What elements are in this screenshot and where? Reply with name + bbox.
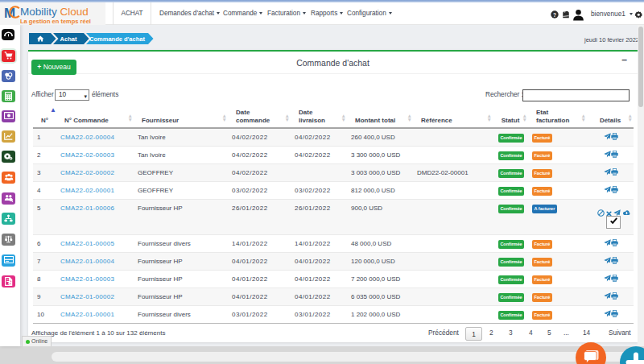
svg-text:Commande d'achat: Commande d'achat [89,35,145,43]
svg-text:Achat: Achat [60,35,77,43]
svg-text:?: ? [553,12,556,18]
